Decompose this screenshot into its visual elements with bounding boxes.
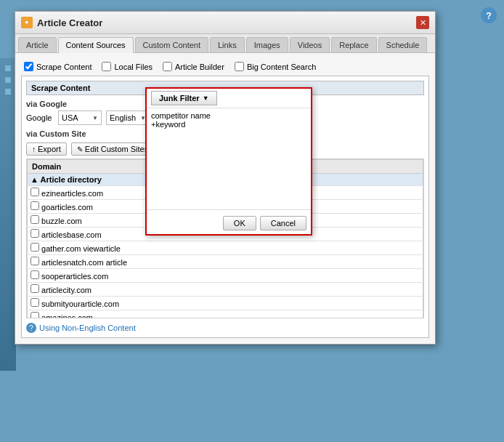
site-name-8: articlecity.com xyxy=(41,286,92,294)
table-row: amazines.com xyxy=(28,310,423,319)
table-row: gather.com viewarticle xyxy=(28,241,423,255)
site-checkbox-8[interactable] xyxy=(31,284,39,293)
site-name-2: goarticles.com xyxy=(41,203,93,212)
region-dropdown[interactable]: USA ▼ xyxy=(58,110,102,125)
big-content-search-checkbox-item: Big Content Search xyxy=(235,62,316,71)
left-sidebar-decoration xyxy=(0,58,16,371)
tab-images[interactable]: Images xyxy=(246,37,288,52)
local-files-checkbox[interactable] xyxy=(102,62,111,71)
sidebar-dot xyxy=(5,65,11,71)
non-english-link[interactable]: Using Non-English Content xyxy=(39,324,136,332)
article-builder-label: Article Builder xyxy=(175,63,224,71)
region-arrow-icon: ▼ xyxy=(92,115,98,121)
site-checkbox-7[interactable] xyxy=(31,270,39,279)
big-content-search-label: Big Content Search xyxy=(247,63,316,71)
table-row: articlecity.com xyxy=(28,283,423,297)
site-checkbox-5[interactable] xyxy=(31,243,39,252)
junk-filter-popup: Junk Filter ▼ competitor name +keyword O… xyxy=(145,87,312,236)
help-icon[interactable]: ? xyxy=(481,7,497,23)
article-builder-checkbox[interactable] xyxy=(163,62,172,71)
close-button[interactable]: ✕ xyxy=(416,16,429,29)
bottom-help-icon: ? xyxy=(26,323,36,333)
site-checkbox-1[interactable] xyxy=(31,188,39,196)
junk-filter-button[interactable]: Junk Filter ▼ xyxy=(151,91,217,105)
edit-icon: ✎ xyxy=(77,145,83,153)
tab-bar: Article Content Sources Custom Content L… xyxy=(15,34,435,53)
tab-links[interactable]: Links xyxy=(210,37,245,52)
site-name-3: buzzle.com xyxy=(41,217,82,225)
site-checkbox-4[interactable] xyxy=(31,229,39,238)
scrape-content-checkbox-item: Scrape Content xyxy=(24,62,92,71)
language-value: English xyxy=(110,113,136,122)
sidebar-dot xyxy=(5,77,11,83)
ok-button[interactable]: OK xyxy=(223,216,256,230)
site-name-1: ezinearticles.com xyxy=(41,189,103,198)
export-label: Export xyxy=(38,145,61,153)
cancel-button[interactable]: Cancel xyxy=(260,216,306,230)
site-checkbox-6[interactable] xyxy=(31,257,39,265)
local-files-label: Local Files xyxy=(114,63,153,71)
article-builder-checkbox-item: Article Builder xyxy=(163,62,224,71)
checkbox-row: Scrape Content Local Files Article Build… xyxy=(21,59,429,76)
site-name-7: sooperarticles.com xyxy=(41,272,108,281)
title-bar: ✦ Article Creator ✕ xyxy=(15,12,435,34)
table-row: submityourarticle.com xyxy=(28,297,423,310)
junk-popup-footer: OK Cancel xyxy=(147,212,311,234)
scrape-content-checkbox[interactable] xyxy=(24,62,33,71)
site-name-10: amazines.com xyxy=(41,313,93,318)
tab-article[interactable]: Article xyxy=(18,37,57,52)
junk-filter-label: Junk Filter xyxy=(159,94,200,103)
junk-popup-header: Junk Filter ▼ xyxy=(147,89,311,108)
site-name-9: submityourarticle.com xyxy=(41,300,119,308)
export-button[interactable]: ↑ Export xyxy=(26,142,67,156)
site-name-5: gather.com viewarticle xyxy=(41,244,121,253)
local-files-checkbox-item: Local Files xyxy=(102,62,153,71)
app-icon: ✦ xyxy=(21,17,33,28)
junk-filter-arrow-icon: ▼ xyxy=(203,95,209,102)
sidebar-dot xyxy=(5,89,11,95)
site-checkbox-2[interactable] xyxy=(31,201,39,210)
tab-custom-content[interactable]: Custom Content xyxy=(135,37,208,52)
tab-replace[interactable]: Replace xyxy=(331,37,376,52)
dialog-title: Article Creator xyxy=(37,17,102,28)
tab-content-sources[interactable]: Content Sources xyxy=(58,37,134,53)
table-row: articlesnatch.com article xyxy=(28,255,423,269)
site-checkbox-10[interactable] xyxy=(31,312,39,318)
title-bar-left: ✦ Article Creator xyxy=(21,17,102,28)
site-name-4: articlesbase.com xyxy=(41,230,102,239)
big-content-search-checkbox[interactable] xyxy=(235,62,244,71)
google-label: Google xyxy=(26,113,54,122)
export-icon: ↑ xyxy=(32,145,36,153)
site-checkbox-9[interactable] xyxy=(31,298,39,307)
region-value: USA xyxy=(62,113,78,122)
junk-filter-textarea[interactable]: competitor name +keyword xyxy=(147,108,311,210)
site-checkbox-3[interactable] xyxy=(31,215,39,224)
edit-custom-sites-button[interactable]: ✎ Edit Custom Sites xyxy=(71,142,154,156)
bottom-link-area: ? Using Non-English Content xyxy=(26,323,424,333)
tab-schedule[interactable]: Schedule xyxy=(378,37,428,52)
site-name-6: articlesnatch.com article xyxy=(41,258,127,267)
tab-videos[interactable]: Videos xyxy=(290,37,330,52)
edit-label: Edit Custom Sites xyxy=(85,145,148,153)
scrape-content-label: Scrape Content xyxy=(36,63,92,71)
table-row: sooperarticles.com xyxy=(28,269,423,283)
language-dropdown[interactable]: English ▼ xyxy=(106,110,150,125)
